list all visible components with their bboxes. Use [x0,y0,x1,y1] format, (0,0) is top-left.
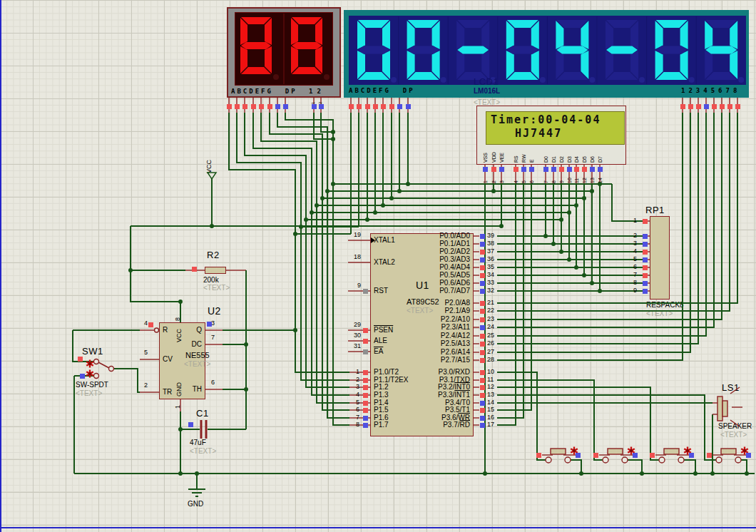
u1-pin-square [363,385,368,390]
lcd-pin-number: 5 [521,180,526,183]
rp1-pin-number: 8 [0,279,637,286]
lcd-pin-number: 3 [499,180,504,183]
lcd-pin-name: D6 [590,156,595,163]
lcd-pin-name: D0 [543,156,548,163]
rp1-pin-number: 4 [0,247,637,255]
u1-pin-number: 14 [487,399,494,406]
u1-pin-square [363,328,368,333]
u1-pin-square [480,309,485,314]
vcc-symbol[interactable] [208,173,216,179]
cyan-display-pin [381,104,386,109]
u1-pin-square [480,317,485,322]
lcd-pin-number: 13 [590,178,595,183]
u1-pin-number: 23 [487,315,494,322]
u1-pin-square [480,416,485,421]
red-display-pin [259,104,264,109]
cyan-display-pin [349,104,354,109]
red-display-digit-pin [312,104,317,109]
lcd-pin-number: 4 [514,180,519,183]
cyan-display-digit-pin [704,104,709,109]
push-button[interactable] [712,449,750,463]
rp1-ref: RP1 [645,205,665,215]
cyan-7seg-digits [349,16,746,85]
cyan-display-digit-pin [720,104,725,109]
gnd-symbol[interactable] [188,474,205,496]
u1-pin-number: 26 [487,339,494,347]
push-button[interactable] [655,449,693,463]
lcd-pin [551,167,556,172]
u1-pin-name: P3.2/INT0 [374,383,470,391]
u1-pin-number: 11 [487,376,494,383]
rp1-pin-square [643,219,648,224]
lcd-pin [590,167,595,172]
u1-pin-number: 10 [487,368,494,375]
push-button[interactable] [599,449,636,463]
u1-pin-name: P2.3/A11 [374,323,470,331]
speaker-symbol[interactable] [712,387,742,426]
rp1-pin-square [643,234,648,239]
u1-pin-name: P3.3/INT1 [374,391,470,399]
cyan-display-digit-pin [712,104,717,109]
red-display-pin [283,104,288,109]
red-display-pin [251,104,256,109]
schematic-canvas[interactable]: ABCDEFG DP 12 ABCDEFG DP 12345678 LCD1 L… [0,0,756,532]
cyan-display-pin [373,104,378,109]
c1-placeholder: <TEXT> [190,447,216,455]
red-digit-pin-label: 1 [311,102,315,104]
cyan-display-part: LM016L [474,87,500,95]
button-pin-square [536,453,541,458]
rp1-pin-number: 2 [0,232,637,239]
ls1-ref: LS1 [722,382,740,393]
cyan-display-pin [389,104,394,109]
u1-pin-square [480,408,485,413]
u1-pin-square [480,385,485,390]
u1-pin-number: 22 [487,307,494,314]
red-display-pin [235,104,240,109]
u2-pin-number: 3 [211,319,215,327]
rp1-pin-number: 7 [0,271,637,278]
push-button[interactable] [542,449,579,463]
sw1-pin-square [78,357,83,362]
u2-pin-number: 6 [211,379,215,386]
u1-pin-number: 27 [487,348,494,355]
red-7seg-digits [235,12,333,86]
cyan-display-pin [397,104,402,109]
lcd-pin [483,167,488,172]
u1-pin-square [480,393,485,398]
lcd-pin-name: RW [521,154,526,163]
red-digit-pin-label: 2 [318,102,322,104]
u1-pin-number: 7 [0,414,359,421]
u2-pin-name: CV [163,355,173,363]
rp1-pin-number: 5 [0,255,637,262]
u1-pin-square [480,342,485,347]
rp1-placeholder: <TEXT> [646,310,673,317]
lcd-pin-name: E [529,159,534,163]
u2-pin-number: 4 [144,319,148,327]
u1-pin-square [480,334,485,339]
rp1-pin-square [643,257,648,262]
rp1-pin-square [643,273,648,278]
lcd-pin-name: D5 [582,156,587,163]
u2-ref: U2 [208,305,221,317]
cyan-display-digit-pin [688,104,693,109]
sw1-pin-square [80,374,85,379]
lcd-pin-name: D1 [551,156,556,163]
lcd-pin [543,167,548,172]
rp1-pin-square [643,250,648,255]
lcd-pin [521,167,526,172]
sw1-toggle-star[interactable] [86,360,93,368]
cyan-display-ref: LCD1 [474,76,499,87]
ls1-part: SPEAKER [718,422,752,430]
rp1-pin-square [643,281,648,286]
u2-pin-number: 2 [144,382,148,389]
lcd-line2: HJ7447 [515,127,562,140]
cyan-display-digit-numbers: 12345678 [681,87,740,94]
button-pin-square [746,453,751,458]
u1-pin-number: 15 [487,406,494,413]
rp1-pin-square [643,242,648,247]
button-pin-square [707,453,712,458]
lcd-pin [582,167,587,172]
u1-pin-number: 25 [487,332,494,339]
button-pin-square [633,453,638,458]
respack-rp1[interactable] [650,216,670,300]
